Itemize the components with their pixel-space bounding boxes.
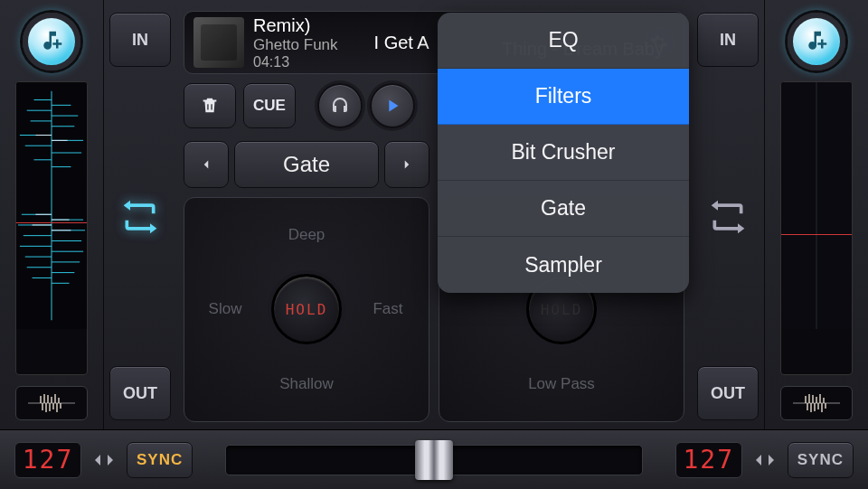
dj-app: IN OUT Remix) Ghetto Funk 04:13 I Get A <box>0 0 868 489</box>
left-nudge[interactable] <box>92 453 116 467</box>
headphones-icon <box>329 95 351 117</box>
track-a-title: Remix) <box>253 15 338 36</box>
popover-item-bit-crusher[interactable]: Bit Crusher <box>438 125 689 181</box>
waveform-graphic <box>16 82 87 329</box>
overview-icon <box>26 393 77 413</box>
left-loop-button[interactable] <box>115 192 165 242</box>
fx-left-name[interactable]: Gate <box>234 141 379 188</box>
chevron-right-icon <box>399 156 415 173</box>
overview-icon <box>791 393 842 413</box>
add-track-left-button[interactable] <box>23 13 80 71</box>
crossfader[interactable] <box>225 445 643 475</box>
nudge-left-icon <box>753 453 764 467</box>
right-sync-button[interactable]: SYNC <box>788 442 854 478</box>
right-overview-button[interactable] <box>780 386 853 420</box>
loop-icon <box>708 197 748 237</box>
track-a-info: Remix) Ghetto Funk 04:13 <box>253 15 338 71</box>
fx-left-label-right: Fast <box>373 300 402 318</box>
right-waveform-column <box>764 0 868 429</box>
popover-item-sampler[interactable]: Sampler <box>438 237 689 293</box>
bottom-bar: 127 SYNC 127 SYNC <box>0 429 868 489</box>
fx-panel-left: Gate Deep Slow Fast Shallow HOLD <box>184 141 429 422</box>
fx-left-label-left: Slow <box>209 300 242 318</box>
fx-left-hold-button[interactable]: HOLD <box>271 274 342 344</box>
add-track-right-button[interactable] <box>788 13 845 71</box>
delete-button[interactable] <box>184 83 236 128</box>
right-bpm-display: 127 <box>675 442 742 478</box>
playhead-marker <box>16 222 87 223</box>
left-io-column: IN OUT <box>104 0 176 429</box>
cue-button[interactable]: CUE <box>243 83 296 128</box>
music-plus-icon <box>803 28 830 55</box>
crossfader-handle[interactable] <box>415 440 453 480</box>
fx-left-prev[interactable] <box>184 141 229 188</box>
right-loop-button[interactable] <box>703 192 753 242</box>
fx-left-label-bottom: Shallow <box>279 375 334 393</box>
nudge-right-icon <box>105 453 116 467</box>
left-waveform[interactable] <box>15 81 88 375</box>
popover-item-filters[interactable]: Filters <box>438 69 689 125</box>
track-b-fragment: I Get A <box>374 33 429 53</box>
left-in-button[interactable]: IN <box>109 13 171 67</box>
trash-icon <box>200 96 220 116</box>
nudge-right-icon <box>766 453 777 467</box>
left-waveform-column <box>0 0 104 429</box>
fx-select-popover: EQFiltersBit CrusherGateSampler <box>438 13 689 293</box>
popover-item-eq[interactable]: EQ <box>438 13 689 69</box>
waveform-graphic <box>781 82 852 329</box>
right-waveform[interactable] <box>780 81 853 375</box>
track-a-time: 04:13 <box>253 54 338 71</box>
left-out-button[interactable]: OUT <box>109 366 171 420</box>
left-sync-button[interactable]: SYNC <box>127 442 193 478</box>
popover-item-gate[interactable]: Gate <box>438 181 689 237</box>
right-out-button[interactable]: OUT <box>697 366 759 420</box>
fx-left-next[interactable] <box>384 141 429 188</box>
right-io-column: IN OUT <box>692 0 764 429</box>
fx-right-label-bottom: Low Pass <box>528 375 595 393</box>
loop-icon <box>120 197 160 237</box>
right-in-button[interactable]: IN <box>697 13 759 67</box>
music-plus-icon <box>38 28 65 55</box>
track-a-artist: Ghetto Funk <box>253 36 338 54</box>
play-button[interactable] <box>370 83 415 128</box>
fx-left-label-top: Deep <box>288 226 326 244</box>
chevron-left-icon <box>198 156 214 173</box>
right-nudge[interactable] <box>753 453 777 467</box>
fx-left-xy-pad[interactable]: Deep Slow Fast Shallow HOLD <box>184 197 429 422</box>
nudge-left-icon <box>92 453 103 467</box>
main-area: IN OUT Remix) Ghetto Funk 04:13 I Get A <box>0 0 868 429</box>
playhead-marker <box>781 234 852 235</box>
album-art-a <box>193 17 244 68</box>
headphones-button[interactable] <box>317 83 363 128</box>
left-bpm-display: 127 <box>14 442 81 478</box>
left-overview-button[interactable] <box>15 386 88 420</box>
play-icon <box>382 96 402 116</box>
